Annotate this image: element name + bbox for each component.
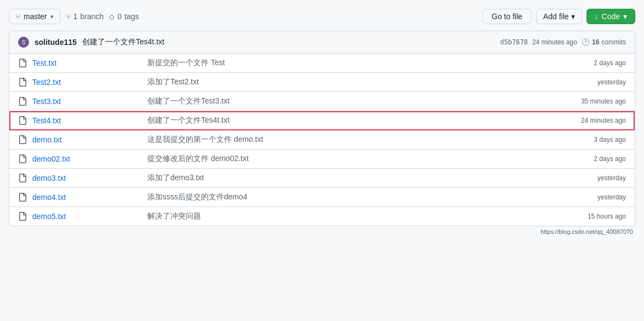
toolbar-left: ⑂ master ▾ ⑂ 1 branch ◇ 0 tags	[9, 9, 476, 24]
file-time: yesterday	[571, 174, 626, 182]
commit-author[interactable]: solitude115	[34, 38, 77, 47]
file-commit-message[interactable]: 创建了一个文件Test3.txt	[147, 96, 566, 106]
file-icon	[18, 78, 27, 87]
file-name[interactable]: Test.txt	[32, 59, 142, 67]
commits-label: commits	[601, 38, 626, 46]
file-icon	[18, 193, 27, 202]
file-name[interactable]: demo4.txt	[32, 193, 142, 202]
file-icon	[18, 154, 27, 163]
commits-history-link[interactable]: 🕐 16 commits	[582, 38, 626, 46]
page-container: ⑂ master ▾ ⑂ 1 branch ◇ 0 tags Go to fil…	[0, 0, 644, 244]
add-file-button[interactable]: Add file ▾	[536, 9, 582, 24]
file-icon	[18, 97, 27, 106]
code-chevron-icon: ▾	[623, 12, 627, 21]
file-time: 2 days ago	[571, 59, 626, 67]
file-icon	[18, 116, 27, 125]
add-file-label: Add file	[543, 12, 569, 21]
commit-header: S solitude115 创建了一个文件Tes4t.txt d5b7678 2…	[9, 31, 635, 54]
add-file-chevron-icon: ▾	[571, 12, 575, 21]
file-list: Test.txt 新提交的一个文件 Test 2 days ago Test2.…	[9, 54, 635, 226]
file-icon	[18, 135, 27, 144]
branches-count: 1	[73, 12, 78, 21]
file-name[interactable]: Test3.txt	[32, 97, 142, 106]
commit-meta: d5b7678 24 minutes ago 🕐 16 commits	[500, 38, 626, 46]
go-to-file-button[interactable]: Go to file	[482, 9, 532, 24]
url-text: https://blog.csdn.net/qq_40087070	[540, 228, 633, 235]
avatar-text: S	[22, 39, 26, 45]
branch-selector[interactable]: ⑂ master ▾	[9, 9, 61, 24]
url-bar: https://blog.csdn.net/qq_40087070	[9, 228, 635, 235]
table-row: demo4.txt 添加ssss后提交的文件demo4 yesterday	[9, 188, 635, 207]
commit-hash[interactable]: d5b7678	[500, 38, 528, 46]
tag-stat-icon: ◇	[109, 13, 114, 21]
tags-link[interactable]: ◇ 0 tags	[109, 12, 139, 21]
file-commit-message[interactable]: 添加ssss后提交的文件demo4	[147, 192, 566, 202]
toolbar-right: Go to file Add file ▾ ↓ Code ▾	[482, 9, 635, 24]
table-row: Test3.txt 创建了一个文件Test3.txt 35 minutes ag…	[9, 92, 635, 111]
branches-text: branch	[81, 12, 104, 21]
file-name[interactable]: Test2.txt	[32, 78, 142, 87]
tags-text: tags	[124, 12, 139, 21]
file-name[interactable]: demo.txt	[32, 135, 142, 144]
table-row: demo.txt 这是我提交的第一个文件 demo.txt 3 days ago	[9, 130, 635, 150]
branch-stat-icon: ⑂	[66, 13, 71, 21]
file-name[interactable]: demo3.txt	[32, 174, 142, 182]
file-icon	[18, 59, 27, 67]
branch-name: master	[24, 12, 47, 21]
branches-link[interactable]: ⑂ 1 branch	[66, 12, 104, 21]
branch-chevron-icon: ▾	[50, 13, 54, 20]
file-time: 24 minutes ago	[571, 117, 626, 124]
file-time: 35 minutes ago	[571, 98, 626, 105]
table-row: Test.txt 新提交的一个文件 Test 2 days ago	[9, 54, 635, 73]
go-to-file-label: Go to file	[492, 12, 522, 21]
table-row: Test4.txt 创建了一个文件Tes4t.txt 24 minutes ag…	[9, 111, 635, 130]
table-row: demo02.txt 提交修改后的文件 demo02.txt 2 days ag…	[9, 150, 635, 169]
file-commit-message[interactable]: 添加了Test2.txt	[147, 77, 566, 87]
code-button[interactable]: ↓ Code ▾	[586, 9, 635, 24]
commit-message: 创建了一个文件Tes4t.txt	[82, 37, 495, 47]
code-download-icon: ↓	[595, 12, 599, 21]
table-row: demo3.txt 添加了demo3.txt yesterday	[9, 169, 635, 188]
file-commit-message[interactable]: 添加了demo3.txt	[147, 173, 566, 183]
commit-time: 24 minutes ago	[532, 38, 577, 46]
file-commit-message[interactable]: 这是我提交的第一个文件 demo.txt	[147, 135, 566, 145]
tags-count: 0	[117, 12, 122, 21]
file-time: 2 days ago	[571, 155, 626, 163]
file-name[interactable]: demo02.txt	[32, 154, 142, 163]
file-commit-message[interactable]: 新提交的一个文件 Test	[147, 58, 566, 68]
avatar: S	[18, 37, 29, 48]
file-commit-message[interactable]: 解决了冲突问题	[147, 211, 566, 221]
branch-selector-icon: ⑂	[16, 13, 20, 21]
history-icon: 🕐	[582, 38, 590, 46]
file-commit-message[interactable]: 创建了一个文件Tes4t.txt	[147, 116, 566, 125]
file-icon	[18, 174, 27, 182]
code-label: Code	[602, 12, 620, 21]
file-time: yesterday	[571, 78, 626, 86]
toolbar: ⑂ master ▾ ⑂ 1 branch ◇ 0 tags Go to fil…	[9, 9, 635, 24]
repository-box: S solitude115 创建了一个文件Tes4t.txt d5b7678 2…	[9, 31, 635, 226]
commits-count: 16	[592, 38, 599, 46]
file-time: yesterday	[571, 193, 626, 201]
file-time: 3 days ago	[571, 136, 626, 144]
file-name[interactable]: Test4.txt	[32, 116, 142, 125]
file-name[interactable]: demo5.txt	[32, 212, 142, 221]
file-time: 15 hours ago	[571, 213, 626, 220]
file-icon	[18, 212, 27, 221]
table-row: demo5.txt 解决了冲突问题 15 hours ago	[9, 207, 635, 226]
table-row: Test2.txt 添加了Test2.txt yesterday	[9, 73, 635, 92]
file-commit-message[interactable]: 提交修改后的文件 demo02.txt	[147, 154, 566, 164]
